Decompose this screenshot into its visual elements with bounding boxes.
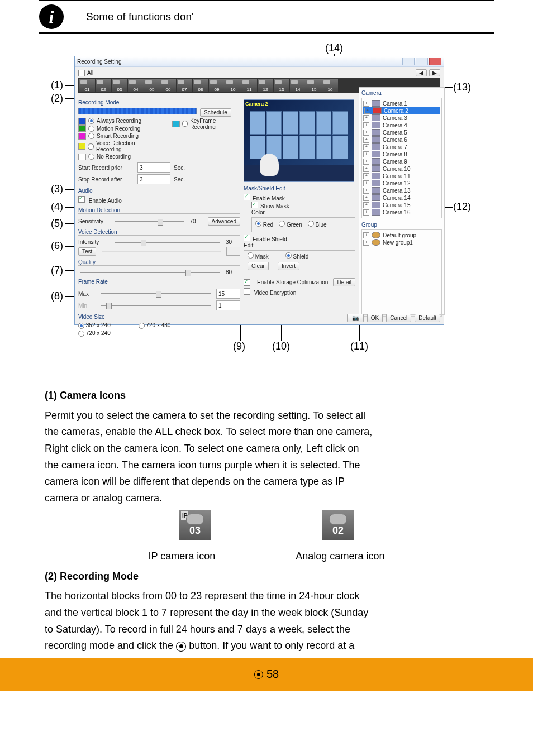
vs-720-240-radio[interactable] xyxy=(78,331,84,337)
camera-icon-2[interactable]: 02 xyxy=(96,79,111,92)
mode-voice-radio[interactable] xyxy=(88,143,94,150)
tree-camera-3[interactable]: +Camera 3 xyxy=(363,114,440,121)
enable-shield-checkbox[interactable] xyxy=(244,235,250,241)
vs-352-radio[interactable] xyxy=(78,323,84,329)
callout-14: (14) xyxy=(325,42,343,54)
camera-icon-10[interactable]: 10 xyxy=(225,79,241,92)
camera-icon-8[interactable]: 08 xyxy=(193,79,208,92)
camera-icon-7[interactable]: 07 xyxy=(177,79,192,92)
camera-icon-caption: IP camera icon Analog camera icon xyxy=(45,548,488,565)
info-icon: i xyxy=(39,4,64,29)
schedule-button[interactable]: Schedule xyxy=(200,108,231,117)
dialog-title: Recording Setting xyxy=(77,59,122,65)
test-button[interactable]: Test xyxy=(78,247,96,256)
snapshot-button[interactable]: 📷 xyxy=(347,314,364,322)
motion-title: Motion Detection xyxy=(78,207,120,213)
figure-recording-setting: (14) (1) (2) (3) (4) (5) (6) (7) (8) (9)… xyxy=(54,45,479,369)
color-red-radio[interactable] xyxy=(255,221,261,227)
storage-opt-checkbox[interactable] xyxy=(244,279,250,286)
camera-icon-1[interactable]: 01 xyxy=(79,79,95,92)
sensitivity-slider[interactable] xyxy=(115,221,184,222)
tree-camera-5[interactable]: +Camera 5 xyxy=(363,129,440,136)
footer-bullet-icon xyxy=(254,670,263,679)
mode-none-radio[interactable] xyxy=(88,154,94,160)
ok-button[interactable]: OK xyxy=(367,314,383,322)
cancel-button[interactable]: Cancel xyxy=(386,314,411,322)
video-encrypt-checkbox[interactable] xyxy=(244,288,250,295)
camera-icon-11[interactable]: 11 xyxy=(241,79,257,92)
mode-keyframe-radio[interactable] xyxy=(182,121,188,127)
tree-camera-15[interactable]: +Camera 15 xyxy=(363,202,440,208)
tree-camera-11[interactable]: +Camera 11 xyxy=(363,173,440,179)
callout-6: (6) xyxy=(51,240,63,252)
camera-icon-13[interactable]: 13 xyxy=(274,79,289,92)
invert-button[interactable]: Invert xyxy=(278,262,299,270)
clear-button[interactable]: Clear xyxy=(248,262,269,270)
quality-title: Quality xyxy=(78,259,96,265)
camera-icon-4[interactable]: 04 xyxy=(128,79,144,92)
mode-always-radio[interactable] xyxy=(88,118,94,124)
tree-camera-12[interactable]: +Camera 12 xyxy=(363,180,440,186)
camera-icon-12[interactable]: 12 xyxy=(258,79,273,92)
tree-camera-7[interactable]: +Camera 7 xyxy=(363,143,440,150)
prev-button[interactable]: ◀ xyxy=(416,69,427,76)
framerate-max-input[interactable] xyxy=(216,289,240,299)
all-cameras-checkbox[interactable] xyxy=(78,70,85,76)
edit-shield-radio[interactable] xyxy=(285,252,292,259)
tree-camera-13[interactable]: +Camera 13 xyxy=(363,187,440,194)
callout-10: (10) xyxy=(272,341,290,352)
default-button[interactable]: Default xyxy=(415,314,440,322)
edit-mask-radio[interactable] xyxy=(248,252,254,259)
callout-8: (8) xyxy=(51,290,63,302)
advanced-button[interactable]: Advanced xyxy=(208,217,240,226)
camera-icon-6[interactable]: 06 xyxy=(160,79,176,92)
intensity-slider[interactable] xyxy=(115,242,220,243)
vs-720-480-radio[interactable] xyxy=(139,323,145,329)
voice-title: Voice Detection xyxy=(78,229,117,235)
camera-icon-15[interactable]: 15 xyxy=(306,79,322,92)
tree-group-new[interactable]: +New group1 xyxy=(363,239,440,246)
mode-motion-radio[interactable] xyxy=(88,126,94,132)
tree-camera-14[interactable]: +Camera 14 xyxy=(363,194,440,201)
framerate-min-input[interactable] xyxy=(216,300,240,310)
color-blue-radio[interactable] xyxy=(308,221,314,227)
stop-after-input[interactable] xyxy=(137,174,170,184)
note-text: Some of functions don' xyxy=(86,11,194,23)
camera-icon-14[interactable]: 14 xyxy=(290,79,306,92)
framerate-max-slider[interactable] xyxy=(101,293,211,294)
maximize-button[interactable] xyxy=(416,58,428,65)
enable-mask-checkbox[interactable] xyxy=(244,194,250,200)
schedule-bar[interactable] xyxy=(78,108,197,114)
tree-camera-1[interactable]: +Camera 1 xyxy=(363,100,440,107)
tree-camera-4[interactable]: +Camera 4 xyxy=(363,122,440,128)
color-green-radio[interactable] xyxy=(279,221,285,227)
close-button[interactable] xyxy=(429,58,441,65)
tree-camera-2[interactable]: +Camera 2 xyxy=(363,107,440,114)
audio-title: Audio xyxy=(78,188,93,194)
tree-camera-16[interactable]: +Camera 16 xyxy=(363,209,440,216)
detail-button[interactable]: Detail xyxy=(333,278,355,286)
page-footer: 58 xyxy=(0,658,533,691)
camera-icon-3[interactable]: 03 xyxy=(112,79,127,92)
tree-group-default[interactable]: +Default group xyxy=(363,232,440,238)
camera-preview: Camera 2 xyxy=(244,99,354,182)
quality-slider[interactable] xyxy=(80,272,220,273)
recording-setting-dialog: Recording Setting All ◀ ▶ 01 02 03 xyxy=(74,56,444,325)
callout-2: (2) xyxy=(51,93,63,104)
tree-camera-9[interactable]: +Camera 9 xyxy=(363,158,440,165)
tree-camera-6[interactable]: +Camera 6 xyxy=(363,136,440,143)
camera-icon-5[interactable]: 05 xyxy=(144,79,160,92)
camera-icon-16[interactable]: 16 xyxy=(322,79,338,92)
callout-3: (3) xyxy=(51,183,63,195)
minimize-button[interactable] xyxy=(402,58,415,65)
enable-audio-checkbox[interactable] xyxy=(78,196,85,203)
show-mask-checkbox[interactable] xyxy=(251,202,258,208)
start-prior-input[interactable] xyxy=(137,162,170,173)
tree-camera-8[interactable]: +Camera 8 xyxy=(363,151,440,157)
tree-camera-10[interactable]: +Camera 10 xyxy=(363,165,440,172)
framerate-min-slider[interactable] xyxy=(101,305,211,306)
mode-smart-radio[interactable] xyxy=(88,133,94,139)
all-cameras-label: All xyxy=(87,70,93,76)
camera-icon-9[interactable]: 09 xyxy=(209,79,225,92)
next-button[interactable]: ▶ xyxy=(429,69,440,76)
